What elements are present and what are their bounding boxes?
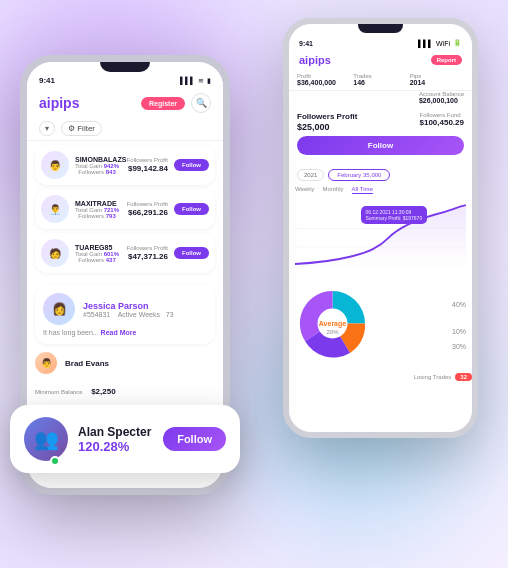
brad-name: Brad Evans: [65, 359, 109, 368]
front-header-actions: Register 🔍: [141, 93, 211, 113]
trader-avatar-emoji-1: 👨‍💼: [49, 204, 61, 215]
back-stat-pips: Pips 2014: [410, 73, 464, 86]
back-followers-amount: $25,000: [297, 122, 357, 132]
dropdown-arrow: ▾: [45, 124, 49, 133]
jessica-details: Jessica Parson #554831 Active Weeks 73: [83, 301, 174, 318]
pie-chart-container: Average 20%: [295, 286, 370, 365]
back-status-icons: ▌▌▌ WiFi 🔋: [418, 39, 462, 47]
jessica-header: 👩 Jessica Parson #554831 Active Weeks 73: [43, 293, 207, 325]
trader-follow-btn-1[interactable]: Follow: [174, 203, 209, 215]
trader-profit-label-0: Followers Profit: [127, 157, 168, 163]
back-pie-section: Average 20% 40% 10% 30%: [289, 282, 472, 369]
trader-profit-value-2: $47,371.26: [127, 252, 168, 261]
trader-name-1: MAXITRADE: [75, 200, 121, 207]
jessica-read-more[interactable]: Read More: [101, 329, 137, 336]
phone-back: 9:41 ▌▌▌ WiFi 🔋 aipips Report Profit $36…: [283, 18, 478, 438]
floating-alan-info: Alan Specter 120.28%: [78, 425, 153, 454]
pie-chart-svg: Average 20%: [295, 286, 370, 361]
chart-tab-alltime[interactable]: All Time: [352, 185, 373, 194]
trader-info-0: SIMONBALAZS Total Gain 942% Followers 84…: [75, 156, 121, 175]
trader-follow-btn-2[interactable]: Follow: [174, 247, 209, 259]
back-app-header: aipips Report: [289, 49, 472, 69]
floating-alan-name: Alan Specter: [78, 425, 153, 439]
losing-trades-label: Losing Trades: [414, 374, 452, 380]
back-report-btn[interactable]: Report: [431, 55, 462, 65]
svg-text:20%: 20%: [326, 329, 339, 335]
back-balance-value: $26,000,100: [419, 97, 464, 104]
battery-icon: 🔋: [453, 39, 462, 47]
back-app-logo: aipips: [299, 54, 331, 66]
pie-labels-container: 40% 10% 30%: [378, 301, 466, 350]
front-wifi-icon: ≋: [198, 77, 204, 85]
back-phone-screen: 9:41 ▌▌▌ WiFi 🔋 aipips Report Profit $36…: [289, 24, 472, 432]
back-stat-profit: Profit $36,400,000: [297, 73, 351, 86]
back-losing-trades: Losing Trades 32: [289, 373, 472, 381]
floating-follow-button[interactable]: Follow: [163, 427, 226, 451]
front-min-balance-section: Minimum Balance $2,250: [27, 378, 223, 402]
front-trader-list: 👨 SIMONBALAZS Total Gain 942% Followers …: [27, 141, 223, 281]
trader-stats-2: Total Gain 601% Followers 437: [75, 251, 121, 263]
chart-tab-weekly[interactable]: Weekly: [295, 185, 315, 194]
back-followers-profit-label: Followers Profit: [297, 112, 357, 121]
back-chart-svg: 06.12.2021 11:30:09 Summary Profit: $197…: [295, 198, 466, 278]
front-brad-row: 👨 Brad Evans: [27, 348, 223, 378]
trader-stats-0: Total Gain 942% Followers 843: [75, 163, 121, 175]
trader-follow-btn-0[interactable]: Follow: [174, 159, 209, 171]
trader-profit-follow-1: Followers Profit $66,291.26: [127, 201, 168, 217]
chart-tab-monthly[interactable]: Monthly: [323, 185, 344, 194]
trader-name-0: SIMONBALAZS: [75, 156, 121, 163]
trader-avatar-emoji-0: 👨: [49, 160, 61, 171]
pie-label-10: 10%: [378, 328, 466, 335]
wifi-icon: WiFi: [436, 40, 450, 47]
front-register-btn[interactable]: Register: [141, 97, 185, 110]
chart-tooltip-label: Summary Profit: $197670: [365, 215, 422, 221]
trader-stats-1: Total Gain 721% Followers 793: [75, 207, 121, 219]
jessica-avatar: 👩: [43, 293, 75, 325]
front-signal-icon: ▌▌▌: [180, 77, 195, 84]
back-notch: [358, 24, 403, 33]
front-filter-bar: ▾ ⚙ Filter: [27, 117, 223, 141]
back-stats-row: Profit $36,400,000 Trades 146 Pips 2014: [289, 69, 472, 91]
front-status-icons: ▌▌▌ ≋ ▮: [180, 77, 211, 85]
chart-to-input[interactable]: February 35,000: [328, 169, 390, 181]
front-min-balance-label: Minimum Balance: [35, 389, 83, 395]
back-follow-button[interactable]: Follow: [297, 136, 464, 155]
losing-trades-badge: 32: [455, 373, 472, 381]
trader-profit-value-0: $99,142.84: [127, 164, 168, 173]
online-status-dot: [50, 456, 60, 466]
front-app-logo: aipips: [39, 95, 79, 111]
jessica-id: #554831 Active Weeks 73: [83, 311, 174, 318]
trader-item-1: 👨‍💼 MAXITRADE Total Gain 721% Followers …: [35, 189, 215, 229]
front-filter-btn[interactable]: ⚙ Filter: [61, 121, 102, 136]
pie-label-30: 30%: [378, 343, 466, 350]
chart-from-input[interactable]: 2021: [297, 169, 324, 181]
trader-item-2: 🧑 TUAREG85 Total Gain 601% Followers 437…: [35, 233, 215, 273]
front-battery-icon: ▮: [207, 77, 211, 85]
trader-avatar-0: 👨: [41, 151, 69, 179]
trader-profit-label-1: Followers Profit: [127, 201, 168, 207]
floating-alan-card: 👥 Alan Specter 120.28% Follow: [10, 405, 240, 473]
trader-name-2: TUAREG85: [75, 244, 121, 251]
jessica-name: Jessica Parson: [83, 301, 174, 311]
pie-label-40: 40%: [378, 301, 466, 308]
trader-profit-value-1: $66,291.26: [127, 208, 168, 217]
front-min-balance-value: $2,250: [91, 387, 115, 396]
back-profit-value: $36,400,000: [297, 79, 351, 86]
front-search-btn[interactable]: 🔍: [191, 93, 211, 113]
trader-avatar-emoji-2: 🧑: [49, 248, 61, 259]
brad-avatar: 👨: [35, 352, 57, 374]
trader-info-2: TUAREG85 Total Gain 601% Followers 437: [75, 244, 121, 263]
trader-info-1: MAXITRADE Total Gain 721% Followers 793: [75, 200, 121, 219]
back-followers-profit-block: Followers Profit $25,000: [297, 112, 357, 136]
back-balance-section: Account Balance $26,000,100: [289, 91, 472, 106]
trader-item-0: 👨 SIMONBALAZS Total Gain 942% Followers …: [35, 145, 215, 185]
front-sort-dropdown[interactable]: ▾: [39, 121, 55, 136]
signal-icon: ▌▌▌: [418, 40, 433, 47]
trader-profit-follow-2: Followers Profit $47,371.26: [127, 245, 168, 261]
svg-text:Average: Average: [319, 320, 346, 328]
front-status-bar: 9:41 ▌▌▌ ≋ ▮: [27, 72, 223, 87]
back-chart-tabs: Weekly Monthly All Time: [295, 185, 466, 194]
front-app-header: aipips Register 🔍: [27, 87, 223, 117]
back-followers-section: Followers Profit $25,000 Followers Fund …: [289, 106, 472, 165]
trader-avatar-2: 🧑: [41, 239, 69, 267]
